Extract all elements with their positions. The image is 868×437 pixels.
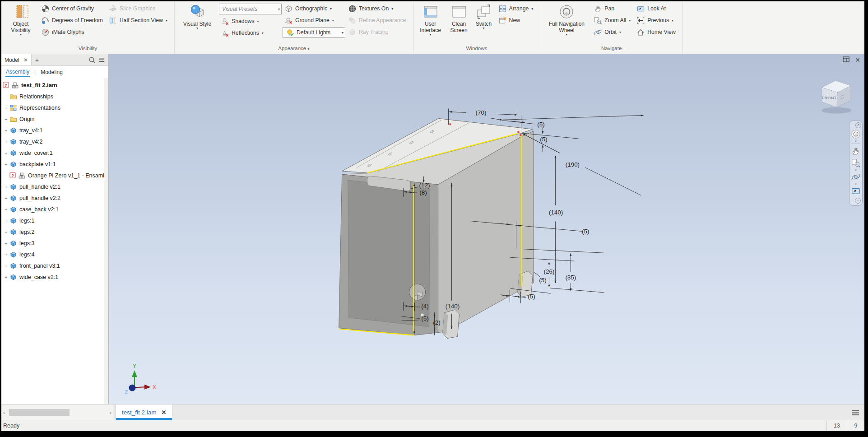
home-view-button[interactable]: Home View [635, 26, 679, 38]
tree-item-representations[interactable]: +Representations [1, 102, 108, 113]
shadows-button[interactable]: Shadows▾ [219, 15, 282, 27]
tree-item-test-fit-2-iam[interactable]: ?test_fit 2.iam [1, 79, 108, 91]
full-navigation-wheel-button[interactable]: Full Navigation Wheel▾ [543, 2, 590, 44]
orthographic-button[interactable]: Orthographic▾ [283, 3, 345, 14]
zoom-all-button[interactable]: Zoom All▾ [592, 14, 634, 26]
viewcube[interactable]: FRONT [822, 81, 851, 114]
center-of-gravity-button[interactable]: Center of Gravity [39, 3, 106, 14]
textures-on-icon [348, 5, 357, 13]
tab-list-menu-icon[interactable] [852, 409, 859, 415]
assembly-tree: ?test_fit 2.iamRelationships+Representat… [1, 78, 108, 404]
visual-style-button[interactable]: Visual Style▾ [177, 2, 217, 44]
expand-icon[interactable]: + [3, 128, 9, 133]
navbar-look-at-button[interactable] [851, 186, 861, 196]
close-viewport-icon[interactable]: ✕ [855, 56, 860, 64]
degrees-of-freedom-button[interactable]: Degrees of Freedom [39, 14, 106, 26]
tree-item-origin[interactable]: +Origin [1, 113, 108, 125]
expand-icon[interactable]: + [3, 150, 9, 156]
navbar-zoom-all-button[interactable] [851, 158, 861, 168]
add-browser-tab-button[interactable]: + [32, 56, 42, 64]
ribbon: Object Visibility▾Center of GravityDegre… [1, 1, 864, 54]
navbar-pan-button[interactable] [851, 146, 861, 156]
chevron-down-icon[interactable]: ▾ [855, 169, 857, 171]
browser-tab-model[interactable]: Model ✕ [1, 54, 32, 65]
ribbon-panel-label: Appearance▾ [175, 45, 413, 54]
document-tab[interactable]: test_fit 2.iam ✕ [116, 404, 172, 420]
clean-screen-button[interactable]: Clean Screen [447, 2, 471, 44]
navbar-full-navigation-wheel-button[interactable] [851, 129, 861, 139]
expand-icon[interactable]: + [3, 241, 9, 246]
tree-item-pull-handle-v2-1[interactable]: +pull_handle v2:1 [1, 181, 108, 192]
search-icon[interactable] [88, 56, 95, 63]
tree-item-orange-pi-zero-v1-1-ensaml[interactable]: ?Orange Pi Zero v1_1 - Ensaml [1, 170, 108, 181]
question-icon: ? [3, 82, 9, 88]
chevron-down-icon: ▾ [196, 27, 198, 30]
ray-tracing-icon [348, 28, 357, 37]
tree-item-legs-1[interactable]: +legs:1 [1, 215, 108, 226]
expand-icon[interactable]: + [3, 116, 9, 122]
pan-button[interactable]: Pan [592, 3, 634, 14]
navbar-orbit-button[interactable] [851, 172, 861, 182]
browser-horizontal-scrollbar[interactable]: ‹ › [1, 404, 113, 420]
expand-icon[interactable]: + [3, 195, 9, 201]
app-frame: Object Visibility▾Center of GravityDegre… [1, 1, 864, 431]
imate-glyphs-button[interactable]: iMate Glyphs [39, 26, 106, 38]
ground-plane-button[interactable]: Ground Plane▾ [283, 14, 345, 26]
close-browser-tab-icon[interactable]: ✕ [23, 57, 28, 63]
expand-icon[interactable]: + [3, 162, 9, 167]
tree-item-wide-case-v2-1[interactable]: +wide_case v2:1 [1, 271, 108, 283]
tree-item-tray-v4-2[interactable]: +tray_v4:2 [1, 136, 108, 147]
previous-button[interactable]: Previous▾ [635, 14, 679, 26]
subtab-modeling[interactable]: Modeling [40, 68, 63, 77]
expand-icon[interactable]: + [3, 229, 9, 235]
switch-button[interactable]: Switch▾ [473, 2, 495, 44]
scrollbar-thumb[interactable] [9, 409, 70, 416]
expand-icon[interactable]: + [3, 184, 9, 190]
pan-icon [594, 5, 602, 13]
browser-vertical-scrollbar[interactable] [104, 78, 108, 404]
tree-item-label: tray_v4:1 [19, 127, 42, 134]
tree-item-tray-v4-1[interactable]: +tray_v4:1 [1, 125, 108, 136]
tree-item-legs-3[interactable]: +legs:3 [1, 237, 108, 249]
tree-item-backplate-v1-1[interactable]: +backplate v1:1 [1, 158, 108, 170]
scroll-right-icon[interactable]: › [110, 409, 111, 416]
textures-on-button[interactable]: Textures On▾ [346, 3, 409, 14]
look-at-button[interactable]: Look At [635, 3, 679, 14]
reflections-button[interactable]: Reflections▾ [219, 27, 282, 39]
visual-presets-button[interactable]: Visual Presets▾ [219, 4, 282, 14]
chevron-down-icon[interactable]: ▾ [855, 183, 857, 185]
tree-item-front-panel-v3-1[interactable]: +front_panel v3:1 [1, 260, 108, 271]
tree-item-relationships[interactable]: Relationships [1, 91, 108, 102]
tree-item-legs-2[interactable]: +legs:2 [1, 226, 108, 237]
3d-viewport[interactable]: (70)(5)(5)(190)(12)(8)(140)(5)(26)(35)(5… [109, 54, 864, 404]
close-navbar-icon[interactable]: ✕ [855, 122, 861, 128]
half-section-view-button[interactable]: Half Section View▾ [107, 14, 171, 26]
scroll-left-icon[interactable]: ‹ [3, 409, 5, 416]
expand-icon[interactable]: + [3, 252, 9, 257]
subtab-separator: | [34, 69, 36, 75]
restore-window-icon[interactable] [843, 56, 849, 64]
close-document-icon[interactable]: ✕ [162, 409, 167, 416]
arrange-button[interactable]: Arrange▾ [497, 3, 537, 14]
expand-icon[interactable]: + [3, 207, 9, 212]
user-interface-button[interactable]: User Interface▾ [416, 2, 445, 44]
browser-menu-icon[interactable] [98, 56, 105, 63]
object-visibility-button[interactable]: Object Visibility▾ [4, 2, 37, 44]
arrange-icon [498, 5, 507, 13]
expand-icon[interactable]: + [3, 274, 9, 280]
default-lights-button[interactable]: Default Lights▾ [283, 27, 345, 38]
tree-item-pull-handle-v2-2[interactable]: +pull_handle v2:2 [1, 192, 108, 204]
subtab-assembly[interactable]: Assembly [5, 67, 30, 77]
chevron-down-icon[interactable]: ▾ [855, 140, 857, 142]
tree-item-legs-4[interactable]: +legs:4 [1, 249, 108, 260]
expand-icon[interactable]: + [3, 263, 9, 269]
new-button[interactable]: New [497, 14, 537, 26]
navbar-collapse-icon[interactable]: − [855, 198, 861, 204]
svg-text:?: ? [5, 83, 7, 88]
expand-icon[interactable]: + [3, 218, 9, 223]
tree-item-case-back-v2-1[interactable]: +case_back v2:1 [1, 204, 108, 215]
expand-icon[interactable]: + [3, 139, 9, 144]
orbit-button[interactable]: Orbit▾ [592, 26, 634, 38]
expand-icon[interactable]: + [3, 105, 9, 111]
tree-item-wide-cover-1[interactable]: +wide_cover:1 [1, 147, 108, 158]
